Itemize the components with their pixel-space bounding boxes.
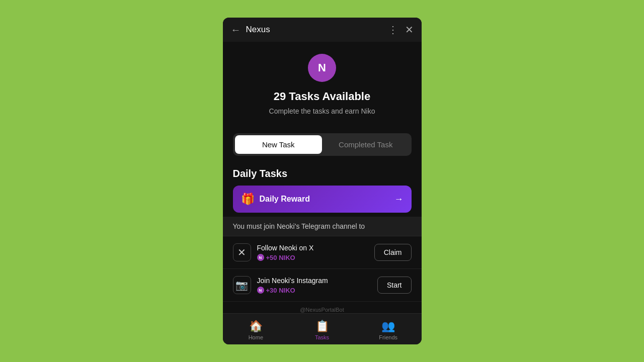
daily-reward-left: 🎁 Daily Reward [241,193,310,206]
bot-handle: @NexusPortalBot [300,307,344,313]
bot-footer: @NexusPortalBot [223,302,422,313]
titlebar-left: ← Nexus [231,24,270,36]
task-info-follow-x: Follow Neoki on X N +50 NIKO [257,244,314,261]
window-title: Nexus [246,25,270,35]
tasks-icon: 📋 [315,320,329,333]
instagram-platform-icon: 📷 [233,276,251,294]
back-button[interactable]: ← [231,24,241,36]
close-icon: ✕ [405,24,414,36]
nav-item-home[interactable]: 🏠 Home [223,318,289,342]
nav-item-friends[interactable]: 👥 Friends [355,318,422,342]
titlebar-right: ⋮ ✕ [388,24,414,36]
section-title-daily: Daily Tasks [223,164,422,186]
task-name-follow-x: Follow Neoki on X [257,244,314,252]
friends-label: Friends [379,334,397,340]
tasks-subtitle: Complete the tasks and earn Niko [269,107,375,115]
avatar: N [308,54,336,82]
niko-dot-instagram: N [257,287,264,294]
menu-icon: ⋮ [388,24,398,36]
daily-reward-icon: 🎁 [241,193,255,206]
friends-icon: 👥 [381,320,395,333]
daily-reward-card[interactable]: 🎁 Daily Reward → [233,186,412,213]
tab-container: New Task Completed Task [233,133,412,156]
claim-button-follow-x[interactable]: Claim [374,244,412,261]
close-button[interactable]: ✕ [405,24,414,36]
tab-completed-task[interactable]: Completed Task [322,135,410,154]
task-left-instagram: 📷 Join Neoki's Instagram N +30 NIKO [233,276,328,294]
tasks-label: Tasks [315,334,329,340]
nav-item-tasks[interactable]: 📋 Tasks [289,318,355,342]
niko-dot: N [257,254,264,261]
app-window: ← Nexus ⋮ ✕ N 29 Tasks Available Complet… [223,18,422,344]
task-left: ✕ Follow Neoki on X N +50 NIKO [233,243,314,261]
menu-button[interactable]: ⋮ [388,24,398,36]
task-item-follow-x: ✕ Follow Neoki on X N +50 NIKO Claim [223,236,422,269]
bottom-nav: 🏠 Home 📋 Tasks 👥 Friends [223,313,422,344]
join-banner: You must join Neoki's Telegram channel t… [223,217,422,236]
start-button-instagram[interactable]: Start [377,277,412,294]
daily-reward-label: Daily Reward [260,195,310,204]
back-icon: ← [231,24,241,36]
task-info-instagram: Join Neoki's Instagram N +30 NIKO [257,277,328,294]
home-label: Home [249,334,263,340]
task-name-instagram: Join Neoki's Instagram [257,277,328,285]
main-content: N 29 Tasks Available Complete the tasks … [223,42,422,313]
join-banner-text: You must join Neoki's Telegram channel t… [233,222,365,230]
task-item-instagram: 📷 Join Neoki's Instagram N +30 NIKO Star… [223,269,422,302]
home-icon: 🏠 [249,320,263,333]
titlebar: ← Nexus ⋮ ✕ [223,18,422,42]
tasks-count: 29 Tasks Available [274,90,370,103]
tab-section: New Task Completed Task [223,125,422,164]
tab-new-task[interactable]: New Task [235,135,323,154]
task-reward-instagram: N +30 NIKO [257,287,328,294]
header-section: N 29 Tasks Available Complete the tasks … [223,42,422,125]
task-reward-follow-x: N +50 NIKO [257,254,314,261]
arrow-icon: → [394,194,404,205]
x-platform-icon: ✕ [233,243,251,261]
